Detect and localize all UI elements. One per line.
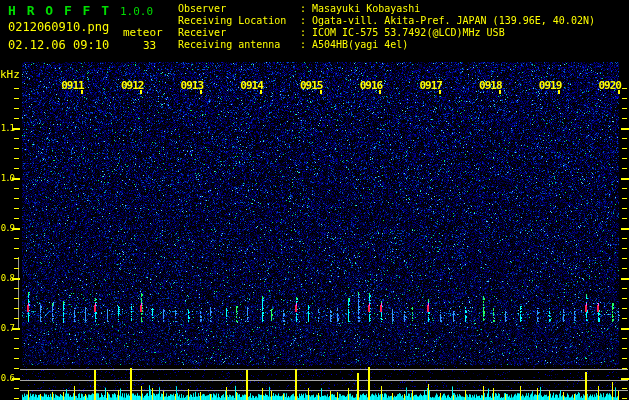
x-tick-label-0917: 0917 (408, 79, 442, 92)
app-version: 1.0.0 (120, 5, 153, 18)
y-tick-label-1.0: 1.0 (0, 173, 14, 183)
x-tick-label-0914: 0914 (229, 79, 263, 92)
y-tick-label-0.8: 0.8 (0, 273, 14, 283)
header-value: Ogata-vill. Akita-Pref. JAPAN (139.96E, … (312, 15, 595, 26)
x-tick-label-0916: 0916 (348, 79, 382, 92)
header-row-antenna: Receiving antenna:A504HB(yagi 4el) (178, 39, 408, 50)
x-tick-label-0918: 0918 (468, 79, 502, 92)
app-title: H R O F F T (8, 3, 111, 18)
header-label: Receiving Location (178, 15, 300, 26)
y-tick-label-0.6: 0.6 (0, 373, 14, 383)
meteor-count: 33 (143, 39, 156, 52)
x-tick-label-0913: 0913 (169, 79, 203, 92)
y-tick-label-1.1: 1.1 (0, 123, 14, 133)
header-label: Receiving antenna (178, 39, 300, 50)
header-separator: : (300, 15, 312, 26)
y-tick-label-0.9: 0.9 (0, 223, 14, 233)
x-tick-label-0912: 0912 (109, 79, 143, 92)
hrofft-screen: H R O F F T 1.0.0 0212060910.png meteor … (0, 0, 629, 400)
x-tick-label-0919: 0919 (527, 79, 561, 92)
x-tick-label-0911: 0911 (50, 79, 84, 92)
header-separator: : (300, 27, 312, 38)
header-separator: : (300, 3, 312, 14)
header-row-receiver: Receiver:ICOM IC-575 53.7492(@LCD)MHz US… (178, 27, 505, 38)
header-row-location: Receiving Location:Ogata-vill. Akita-Pre… (178, 15, 595, 26)
mode-label: meteor (123, 26, 163, 39)
y-tick-label-0.7: 0.7 (0, 323, 14, 333)
output-filename: 0212060910.png (8, 20, 109, 34)
header-value: A504HB(yagi 4el) (312, 39, 408, 50)
x-tick-label-0915: 0915 (289, 79, 323, 92)
observation-datetime: 02.12.06 09:10 (8, 38, 109, 52)
header-separator: : (300, 39, 312, 50)
y-axis-unit-label: kHz (0, 68, 20, 81)
header-label: Observer (178, 3, 300, 14)
x-tick-label-0920: 0920 (587, 79, 621, 92)
header-value: Masayuki Kobayashi (312, 3, 420, 14)
header-label: Receiver (178, 27, 300, 38)
header-value: ICOM IC-575 53.7492(@LCD)MHz USB (312, 27, 505, 38)
spectrogram-canvas (0, 0, 629, 400)
header-row-observer: Observer:Masayuki Kobayashi (178, 3, 420, 14)
